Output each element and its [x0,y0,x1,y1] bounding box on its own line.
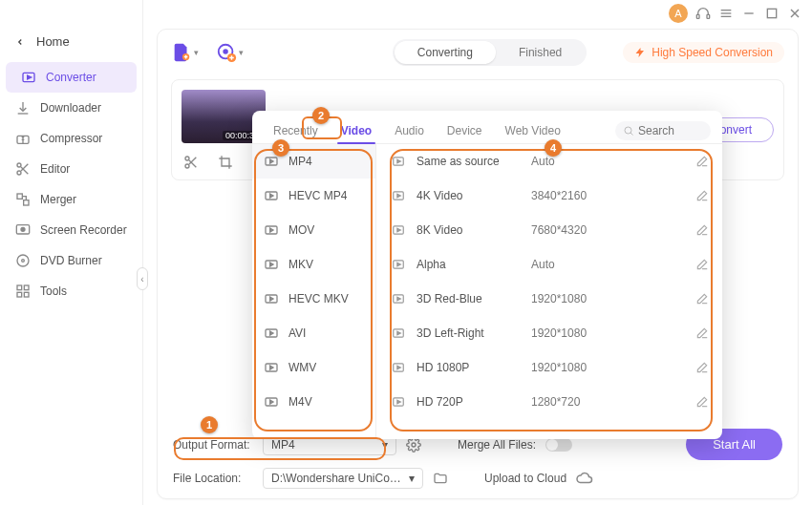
video-icon [390,393,407,410]
resolution-name: HD 720P [417,395,531,409]
format-icon [264,222,279,238]
trim-icon[interactable] [183,155,199,170]
svg-rect-0 [696,14,699,18]
svg-rect-6 [767,9,776,17]
format-label: MKV [288,258,313,271]
edit-icon[interactable] [695,395,709,409]
video-icon [390,153,407,170]
home-label: Home [36,34,70,49]
format-item-mp4[interactable]: MP4 [252,144,375,179]
sidebar-item-label: Merger [40,193,76,206]
edit-icon[interactable] [695,155,709,168]
svg-rect-24 [17,292,22,297]
avatar[interactable]: A [669,4,688,23]
add-file-button[interactable]: ▾ [171,42,199,63]
format-item-wmv[interactable]: WMV [252,350,375,385]
maximize-icon[interactable] [764,6,780,21]
svg-line-36 [630,133,633,136]
format-item-mov[interactable]: MOV [252,213,375,247]
svg-marker-54 [397,159,401,163]
home-nav[interactable]: Home [0,27,142,56]
video-icon [390,187,407,204]
close-icon[interactable] [787,6,802,21]
resolution-name: 4K Video [417,189,531,202]
popup-tab-device[interactable]: Device [438,118,492,143]
resolution-item[interactable]: 8K Video7680*4320 [376,213,722,247]
format-item-avi[interactable]: AVI [252,316,375,350]
chevron-down-icon: ▾ [239,48,244,57]
format-item-hevc-mkv[interactable]: HEVC MKV [252,282,375,316]
popup-tab-audio[interactable]: Audio [385,118,434,143]
dvd-burner-icon [15,253,31,268]
edit-icon[interactable] [695,189,709,202]
folder-icon[interactable] [433,471,448,486]
video-icon [390,290,407,307]
sidebar-item-dvd-burner[interactable]: DVD Burner [0,245,142,276]
video-icon [390,325,407,342]
edit-icon[interactable] [695,223,709,237]
add-disc-button[interactable]: ▾ [216,42,244,63]
editor-icon [15,161,31,177]
svg-marker-40 [270,194,273,198]
svg-marker-64 [397,331,401,335]
sidebar-item-tools[interactable]: Tools [0,276,142,306]
high-speed-conversion[interactable]: High Speed Conversion [623,42,784,63]
svg-point-12 [17,163,21,167]
annotation-badge-2: 2 [312,107,330,124]
chevron-down-icon: ▾ [382,438,388,452]
svg-point-19 [21,227,25,231]
merge-toggle[interactable] [545,438,572,452]
popup-search[interactable] [615,121,711,140]
sidebar-item-editor[interactable]: Editor [0,154,142,184]
svg-point-13 [17,171,21,175]
resolution-item[interactable]: AlphaAuto [376,247,722,282]
edit-icon[interactable] [695,326,709,340]
compressor-icon [15,131,31,146]
sidebar-item-merger[interactable]: Merger [0,184,142,215]
sidebar-item-converter[interactable]: Converter [6,62,137,93]
sidebar-item-downloader[interactable]: Downloader [0,93,142,123]
file-location-select[interactable]: D:\Wondershare UniConverter 1▾ [263,468,423,489]
upload-label: Upload to Cloud [484,472,566,485]
minimize-icon[interactable] [741,6,757,21]
popup-tab-webvideo[interactable]: Web Video [496,118,570,143]
output-format-label: Output Format: [173,438,253,452]
resolution-item[interactable]: 4K Video3840*2160 [376,179,722,213]
format-icon [264,154,279,169]
format-popup: Recently Video Audio Device Web Video MP… [252,111,722,439]
format-item-mkv[interactable]: MKV [252,247,375,282]
format-item-m4v[interactable]: M4V [252,385,375,419]
tab-finished[interactable]: Finished [496,41,585,64]
svg-marker-48 [270,331,273,335]
svg-rect-16 [17,194,22,199]
sidebar-item-compressor[interactable]: Compressor [0,123,142,154]
sidebar-item-screen-recorder[interactable]: Screen Recorder [0,215,142,245]
resolution-item[interactable]: HD 720P1280*720 [376,385,722,419]
edit-icon[interactable] [695,258,709,271]
edit-icon[interactable] [695,361,709,374]
edit-icon[interactable] [695,292,709,305]
svg-marker-50 [270,366,273,369]
svg-marker-66 [397,366,401,369]
search-icon [623,125,634,137]
svg-rect-17 [24,200,29,205]
resolution-item[interactable]: 3D Left-Right1920*1080 [376,316,722,350]
svg-point-34 [412,443,416,447]
svg-marker-10 [28,75,32,79]
chevron-left-icon [15,37,25,47]
popup-search-input[interactable] [638,124,695,137]
format-item-hevc-mp4[interactable]: HEVC MP4 [252,179,375,213]
format-label: HEVC MKV [288,292,349,305]
crop-icon[interactable] [218,155,233,170]
popup-tab-video[interactable]: Video [331,118,381,143]
tab-converting[interactable]: Converting [395,41,496,64]
menu-icon[interactable] [718,6,734,21]
resolution-item[interactable]: HD 1080P1920*1080 [376,350,722,385]
format-label: AVI [288,326,306,340]
format-label: HEVC MP4 [288,189,347,202]
format-label: M4V [288,395,312,409]
sidebar-item-label: DVD Burner [40,254,102,267]
cloud-icon[interactable] [576,470,593,487]
headset-icon[interactable] [695,6,711,21]
resolution-item[interactable]: 3D Red-Blue1920*1080 [376,282,722,316]
